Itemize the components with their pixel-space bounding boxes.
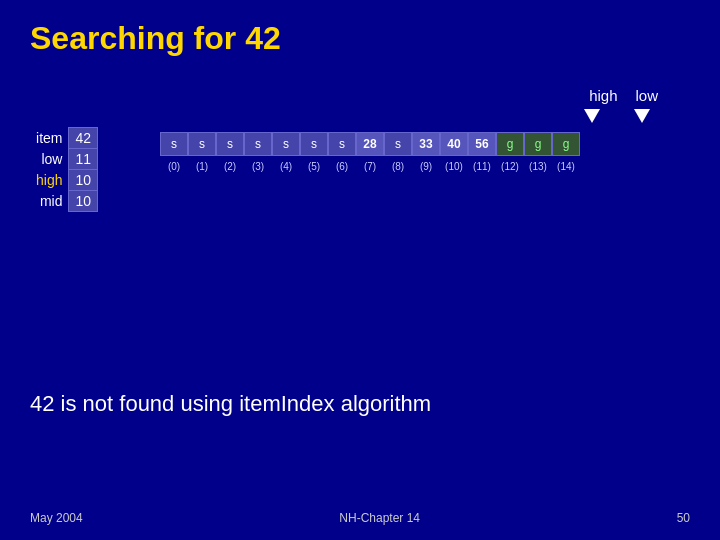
array-index-0: (0) (160, 158, 188, 174)
array-cell-0: s (160, 132, 188, 156)
item-label: item (30, 128, 69, 149)
array-index-5: (5) (300, 158, 328, 174)
result-message: 42 is not found using itemIndex algorith… (30, 391, 431, 417)
footer: May 2004 NH-Chapter 14 50 (0, 511, 720, 525)
array-cell-5: s (300, 132, 328, 156)
array-cell-3: s (244, 132, 272, 156)
info-table: item 42 low 11 high 10 mid 10 (30, 127, 98, 212)
array-cell-1: s (188, 132, 216, 156)
array-cell-7: 28 (356, 132, 384, 156)
array-index-13: (13) (524, 158, 552, 174)
array-visualization: sssssss28s334056ggg (0)(1)(2)(3)(4)(5)(6… (160, 132, 580, 174)
array-cell-12: g (496, 132, 524, 156)
array-index-3: (3) (244, 158, 272, 174)
footer-chapter: NH-Chapter 14 (339, 511, 420, 525)
low-label: low (635, 87, 658, 104)
array-cell-13: g (524, 132, 552, 156)
low-row-label: low (30, 149, 69, 170)
array-index-11: (11) (468, 158, 496, 174)
array-index-1: (1) (188, 158, 216, 174)
footer-date: May 2004 (30, 511, 83, 525)
footer-page: 50 (677, 511, 690, 525)
array-cell-2: s (216, 132, 244, 156)
array-index-14: (14) (552, 158, 580, 174)
array-index-8: (8) (384, 158, 412, 174)
low-value: 11 (69, 149, 98, 170)
array-cell-9: 33 (412, 132, 440, 156)
low-arrow-icon (634, 109, 650, 123)
array-index-6: (6) (328, 158, 356, 174)
array-index-9: (9) (412, 158, 440, 174)
high-label: high (589, 87, 617, 104)
array-cell-4: s (272, 132, 300, 156)
array-cell-10: 40 (440, 132, 468, 156)
high-row-label: high (30, 170, 69, 191)
slide-title: Searching for 42 (0, 0, 720, 67)
array-cell-14: g (552, 132, 580, 156)
high-value: 10 (69, 170, 98, 191)
array-index-2: (2) (216, 158, 244, 174)
array-cell-6: s (328, 132, 356, 156)
mid-value: 10 (69, 191, 98, 212)
array-index-4: (4) (272, 158, 300, 174)
array-cell-11: 56 (468, 132, 496, 156)
array-cell-8: s (384, 132, 412, 156)
high-arrow-icon (584, 109, 600, 123)
array-index-7: (7) (356, 158, 384, 174)
array-index-12: (12) (496, 158, 524, 174)
mid-row-label: mid (30, 191, 69, 212)
array-index-10: (10) (440, 158, 468, 174)
item-value: 42 (69, 128, 98, 149)
